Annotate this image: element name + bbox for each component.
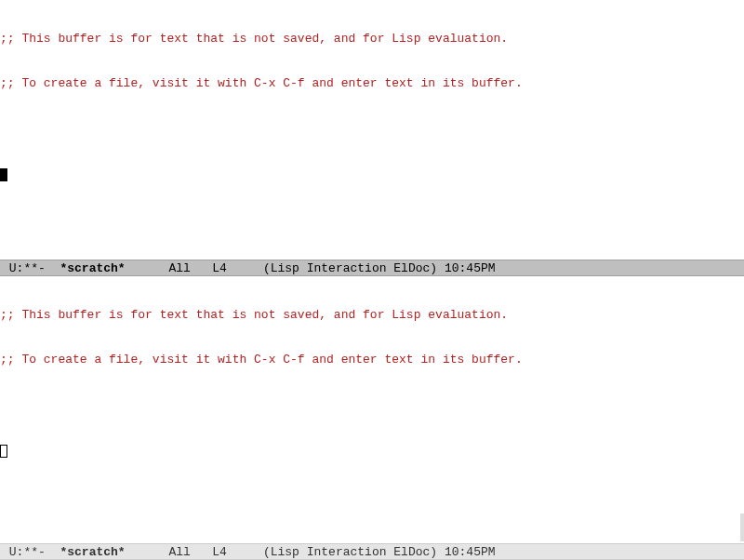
scrollbar-hint[interactable]	[740, 513, 744, 541]
modeline-active[interactable]: U:**- *scratch* All L4 (Lisp Interaction…	[0, 260, 744, 276]
scratch-buffer-top[interactable]: ;; This buffer is for text that is not s…	[0, 0, 744, 213]
comment-line: ;; This buffer is for text that is not s…	[0, 308, 744, 323]
modeline-buffer-name[interactable]: *scratch*	[60, 545, 125, 559]
scratch-buffer-bottom[interactable]: ;; This buffer is for text that is not s…	[0, 276, 744, 489]
modeline-buffer-name[interactable]: *scratch*	[60, 261, 125, 275]
cursor-line	[0, 167, 744, 182]
modeline-status: U:**-	[2, 545, 60, 559]
comment-line: ;; To create a file, visit it with C-x C…	[0, 353, 744, 367]
blank-line	[0, 122, 744, 137]
window-top[interactable]: ;; This buffer is for text that is not s…	[0, 0, 744, 260]
comment-line: ;; To create a file, visit it with C-x C…	[0, 76, 744, 91]
emacs-frame: ;; This buffer is for text that is not s…	[0, 0, 744, 560]
blank-line	[0, 398, 744, 413]
modeline-time: 10:45PM	[445, 545, 496, 559]
modeline-inactive[interactable]: U:**- *scratch* All L4 (Lisp Interaction…	[0, 543, 744, 560]
modeline-line-number: L4	[212, 545, 227, 559]
point-cursor	[0, 168, 7, 181]
point-cursor-inactive	[0, 445, 7, 458]
modeline-status: U:**-	[2, 261, 60, 275]
modeline-major-mode[interactable]: (Lisp Interaction ElDoc)	[263, 545, 437, 559]
cursor-line	[0, 444, 744, 459]
modeline-time: 10:45PM	[445, 261, 496, 275]
modeline-line-number: L4	[212, 261, 227, 275]
modeline-position: All	[168, 545, 190, 559]
comment-line: ;; This buffer is for text that is not s…	[0, 32, 744, 47]
modeline-position: All	[168, 261, 190, 275]
window-bottom[interactable]: ;; This buffer is for text that is not s…	[0, 276, 744, 543]
modeline-major-mode[interactable]: (Lisp Interaction ElDoc)	[263, 261, 437, 275]
